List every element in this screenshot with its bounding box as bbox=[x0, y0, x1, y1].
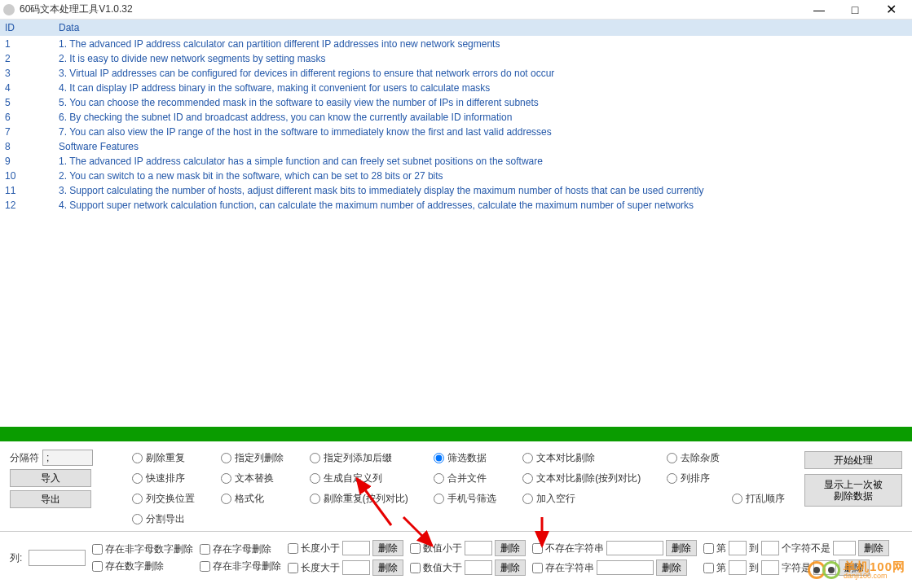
radio-input-r2[interactable] bbox=[310, 453, 320, 463]
radio-r18[interactable]: 打乱顺序 bbox=[732, 492, 796, 506]
radio-r16[interactable]: 加入空行 bbox=[522, 492, 652, 506]
column-input[interactable] bbox=[29, 550, 86, 566]
val-gt-delete[interactable]: 删除 bbox=[495, 559, 526, 576]
table-row[interactable]: 66. By checking the subnet ID and broadc… bbox=[0, 110, 912, 125]
cell-id: 12 bbox=[0, 198, 54, 213]
table-row[interactable]: 22. It is easy to divide new network seg… bbox=[0, 51, 912, 66]
table-row[interactable]: 11. The advanced IP address calculator c… bbox=[0, 37, 912, 52]
radio-r17[interactable]: 分割导出 bbox=[132, 512, 206, 526]
nth1-delete[interactable]: 删除 bbox=[858, 540, 889, 556]
cell-id: 6 bbox=[0, 110, 54, 125]
radio-r1[interactable]: 指定列删除 bbox=[221, 451, 295, 465]
radio-input-r6[interactable] bbox=[132, 473, 143, 484]
table-row[interactable]: 91. The advanced IP address calculator h… bbox=[0, 154, 912, 169]
import-button[interactable]: 导入 bbox=[10, 469, 91, 487]
table-row[interactable]: 8Software Features bbox=[0, 139, 912, 154]
col-header-id[interactable]: ID bbox=[0, 20, 54, 37]
delimiter-input[interactable] bbox=[42, 450, 93, 466]
cell-data: 5. You can choose the recommended mask i… bbox=[54, 95, 912, 110]
radio-r4[interactable]: 文本对比剔除 bbox=[522, 451, 652, 465]
table-row[interactable]: 102. You can switch to a new mask bit in… bbox=[0, 169, 912, 183]
len-gt-delete[interactable]: 删除 bbox=[372, 559, 403, 576]
nth1-from[interactable] bbox=[729, 541, 747, 555]
show-last-deleted-button[interactable]: 显示上一次被 剔除数据 bbox=[804, 474, 902, 507]
val-lt-delete[interactable]: 删除 bbox=[495, 540, 526, 556]
radio-r6[interactable]: 快速排序 bbox=[132, 472, 206, 485]
chk-val-gt[interactable] bbox=[410, 563, 421, 573]
col-header-data[interactable]: Data bbox=[54, 20, 912, 37]
radio-r3[interactable]: 筛选数据 bbox=[434, 451, 508, 465]
radio-r7[interactable]: 文本替换 bbox=[221, 472, 295, 485]
start-button[interactable]: 开始处理 bbox=[804, 451, 902, 469]
radio-input-r9[interactable] bbox=[434, 473, 444, 484]
radio-input-r3[interactable] bbox=[434, 453, 444, 463]
chk-not-contains[interactable] bbox=[532, 543, 543, 554]
val-gt-input[interactable] bbox=[465, 560, 492, 575]
contains-input[interactable] bbox=[597, 560, 654, 575]
radio-input-r1[interactable] bbox=[221, 453, 231, 463]
operation-radio-group: 剔除重复指定列删除指定列添加后缀筛选数据文本对比剔除去除杂质快速排序文本替换生成… bbox=[116, 450, 796, 526]
chk-val-lt[interactable] bbox=[410, 543, 421, 554]
chk-len-gt[interactable] bbox=[288, 563, 298, 573]
table-row[interactable]: 113. Support calculating the number of h… bbox=[0, 183, 912, 198]
radio-input-r16[interactable] bbox=[522, 494, 533, 504]
radio-input-r18[interactable] bbox=[732, 494, 742, 504]
radio-input-r12[interactable] bbox=[132, 494, 143, 504]
radio-r8[interactable]: 生成自定义列 bbox=[310, 472, 420, 485]
table-row[interactable]: 124. Support super network calculation f… bbox=[0, 198, 912, 213]
contains-delete[interactable]: 删除 bbox=[656, 559, 687, 576]
chk-non-letter[interactable] bbox=[200, 561, 210, 572]
green-divider bbox=[0, 427, 912, 441]
radio-r13[interactable]: 格式化 bbox=[221, 492, 295, 506]
radio-input-r15[interactable] bbox=[434, 494, 444, 504]
radio-input-r17[interactable] bbox=[132, 514, 143, 524]
maximize-button[interactable]: □ bbox=[837, 0, 873, 20]
not-contains-input[interactable] bbox=[606, 541, 663, 555]
cell-id: 3 bbox=[0, 66, 54, 81]
len-lt-input[interactable] bbox=[342, 541, 370, 555]
nth1-char[interactable] bbox=[833, 541, 856, 555]
minimize-button[interactable]: — bbox=[801, 0, 837, 20]
radio-input-r14[interactable] bbox=[310, 494, 320, 504]
table-row[interactable]: 33. Virtual IP addresses can be configur… bbox=[0, 66, 912, 81]
radio-input-r5[interactable] bbox=[667, 453, 677, 463]
table-row[interactable]: 55. You can choose the recommended mask … bbox=[0, 95, 912, 110]
radio-r10[interactable]: 文本对比剔除(按列对比) bbox=[522, 472, 652, 485]
nth2-to[interactable] bbox=[761, 560, 779, 575]
len-gt-input[interactable] bbox=[342, 560, 370, 575]
radio-input-r7[interactable] bbox=[221, 473, 231, 484]
radio-r5[interactable]: 去除杂质 bbox=[667, 451, 796, 465]
radio-input-r0[interactable] bbox=[132, 453, 143, 463]
val-lt-input[interactable] bbox=[465, 541, 492, 555]
nth1-to[interactable] bbox=[761, 541, 779, 555]
radio-r14[interactable]: 剔除重复(按列对比) bbox=[310, 492, 420, 506]
chk-len-lt[interactable] bbox=[288, 543, 298, 554]
radio-input-r10[interactable] bbox=[522, 473, 533, 484]
radio-r11[interactable]: 列排序 bbox=[667, 472, 796, 485]
close-button[interactable]: ✕ bbox=[873, 0, 909, 20]
chk-nth2[interactable] bbox=[703, 563, 714, 573]
table-row[interactable]: 77. You can also view the IP range of th… bbox=[0, 125, 912, 139]
table-row[interactable]: 44. It can display IP address binary in … bbox=[0, 81, 912, 95]
chk-has-letter[interactable] bbox=[200, 544, 210, 555]
radio-input-r8[interactable] bbox=[310, 473, 320, 484]
radio-r12[interactable]: 列交换位置 bbox=[132, 492, 206, 506]
chk-nth1[interactable] bbox=[703, 543, 714, 554]
radio-r2[interactable]: 指定列添加后缀 bbox=[310, 451, 420, 465]
radio-input-r11[interactable] bbox=[667, 473, 677, 484]
export-button[interactable]: 导出 bbox=[10, 490, 91, 508]
left-controls: 分隔符 导入 导出 bbox=[10, 450, 108, 526]
nth2-from[interactable] bbox=[729, 560, 747, 575]
radio-r15[interactable]: 手机号筛选 bbox=[434, 492, 508, 506]
not-contains-delete[interactable]: 删除 bbox=[666, 540, 697, 556]
chk-non-alnum[interactable] bbox=[92, 544, 103, 555]
chk-has-digit[interactable] bbox=[92, 561, 103, 572]
radio-r0[interactable]: 剔除重复 bbox=[132, 451, 206, 465]
cell-id: 5 bbox=[0, 95, 54, 110]
delimiter-label: 分隔符 bbox=[10, 451, 39, 465]
chk-contains[interactable] bbox=[532, 563, 543, 573]
radio-input-r13[interactable] bbox=[221, 494, 231, 504]
radio-r9[interactable]: 合并文件 bbox=[434, 472, 508, 485]
len-lt-delete[interactable]: 删除 bbox=[372, 540, 403, 556]
radio-input-r4[interactable] bbox=[522, 453, 533, 463]
